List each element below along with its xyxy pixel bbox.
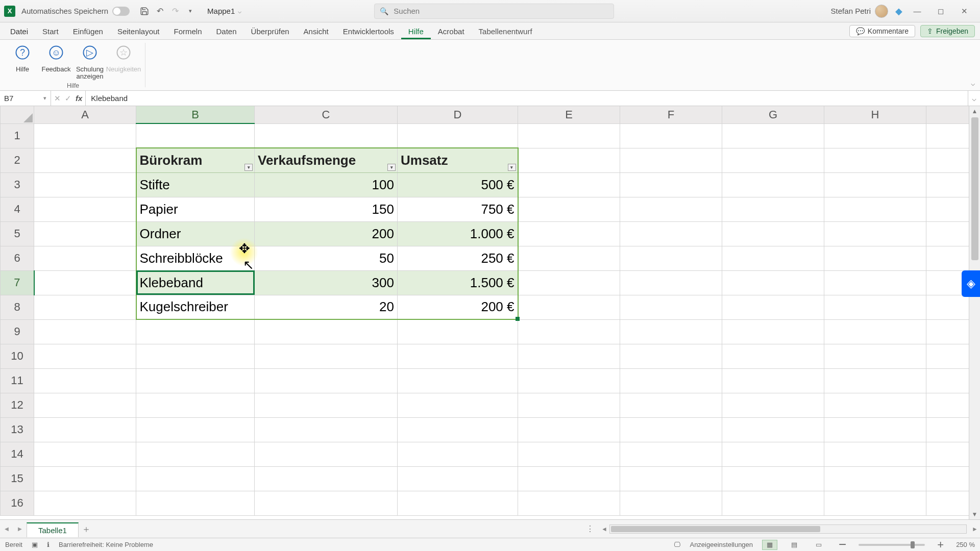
row-header-15[interactable]: 15 xyxy=(1,466,34,491)
cell-B3[interactable]: Stifte xyxy=(136,172,255,197)
row-header-1[interactable]: 1 xyxy=(1,123,34,148)
cell-C7[interactable]: 300 xyxy=(255,270,398,295)
col-header-E[interactable]: E xyxy=(518,106,620,123)
cell-E11[interactable] xyxy=(518,368,620,393)
row-header-9[interactable]: 9 xyxy=(1,319,34,344)
cell-A5[interactable] xyxy=(34,221,136,246)
row-header-2[interactable]: 2 xyxy=(1,148,34,172)
cell-D10[interactable] xyxy=(398,344,518,368)
cell-C8[interactable]: 20 xyxy=(255,295,398,319)
cell-E2[interactable] xyxy=(518,148,620,172)
cell-A4[interactable] xyxy=(34,197,136,221)
cell-H4[interactable] xyxy=(824,197,926,221)
add-sheet-button[interactable]: ＋ xyxy=(79,523,94,535)
cell-D2[interactable]: Umsatz▾ xyxy=(398,148,518,172)
cell-C4[interactable]: 150 xyxy=(255,197,398,221)
zoom-level[interactable]: 250 % xyxy=(956,541,975,548)
view-page-layout-icon[interactable]: ▤ xyxy=(787,540,802,550)
cell-H15[interactable] xyxy=(824,466,926,491)
cell-A6[interactable] xyxy=(34,246,136,270)
display-settings-label[interactable]: Anzeigeeinstellungen xyxy=(690,541,753,548)
cell-B6[interactable]: Schreibblöcke xyxy=(136,246,255,270)
filter-icon[interactable]: ▾ xyxy=(387,164,396,171)
row-header-5[interactable]: 5 xyxy=(1,221,34,246)
cell-B2[interactable]: Bürokram▾ xyxy=(136,148,255,172)
cell-G9[interactable] xyxy=(722,319,824,344)
cell-A3[interactable] xyxy=(34,172,136,197)
premium-icon[interactable]: ◆ xyxy=(895,6,902,17)
tab-acrobat[interactable]: Acrobat xyxy=(431,24,472,39)
cell-B4[interactable]: Papier xyxy=(136,197,255,221)
cell-G14[interactable] xyxy=(722,442,824,466)
sheet-nav-next-icon[interactable]: ► xyxy=(13,525,27,533)
sheet-nav-prev-icon[interactable]: ◄ xyxy=(0,525,13,533)
cell-F5[interactable] xyxy=(620,221,722,246)
tab-einfügen[interactable]: Einfügen xyxy=(66,24,110,39)
cell-E15[interactable] xyxy=(518,466,620,491)
cell-G11[interactable] xyxy=(722,368,824,393)
row-header-3[interactable]: 3 xyxy=(1,172,34,197)
cell-E7[interactable] xyxy=(518,270,620,295)
cell-D11[interactable] xyxy=(398,368,518,393)
scroll-down-icon[interactable]: ▼ xyxy=(969,509,980,519)
cell-E13[interactable] xyxy=(518,417,620,442)
cell-H16[interactable] xyxy=(824,491,926,515)
cell-D12[interactable] xyxy=(398,393,518,417)
cell-A7[interactable] xyxy=(34,270,136,295)
row-header-10[interactable]: 10 xyxy=(1,344,34,368)
name-box[interactable]: B7 ▾ xyxy=(0,91,51,106)
cell-F7[interactable] xyxy=(620,270,722,295)
filter-icon[interactable]: ▾ xyxy=(508,164,516,171)
autofill-handle[interactable] xyxy=(516,317,520,321)
row-header-6[interactable]: 6 xyxy=(1,246,34,270)
cell-C3[interactable]: 100 xyxy=(255,172,398,197)
expand-formula-bar-icon[interactable]: ⌵ xyxy=(968,91,980,106)
tab-seitenlayout[interactable]: Seitenlayout xyxy=(110,24,167,39)
display-settings-icon[interactable]: 🖵 xyxy=(674,541,680,548)
tab-tabellenentwurf[interactable]: Tabellenentwurf xyxy=(472,24,540,39)
cell-D3[interactable]: 500 € xyxy=(398,172,518,197)
cell-G6[interactable] xyxy=(722,246,824,270)
col-header-H[interactable]: H xyxy=(824,106,926,123)
cell-A15[interactable] xyxy=(34,466,136,491)
zoom-slider[interactable] xyxy=(859,544,925,546)
horizontal-scrollbar[interactable] xyxy=(609,524,967,534)
cell-A16[interactable] xyxy=(34,491,136,515)
cell-A11[interactable] xyxy=(34,368,136,393)
cell-D13[interactable] xyxy=(398,417,518,442)
macro-record-icon[interactable]: ▣ xyxy=(32,541,38,548)
tab-formeln[interactable]: Formeln xyxy=(167,24,209,39)
row-header-4[interactable]: 4 xyxy=(1,197,34,221)
cell-B10[interactable] xyxy=(136,344,255,368)
cell-H12[interactable] xyxy=(824,393,926,417)
qat-customize-icon[interactable]: ▾ xyxy=(184,5,197,18)
cell-D16[interactable] xyxy=(398,491,518,515)
cell-G8[interactable] xyxy=(722,295,824,319)
cell-F16[interactable] xyxy=(620,491,722,515)
cell-F14[interactable] xyxy=(620,442,722,466)
maximize-button[interactable]: ◻ xyxy=(929,0,952,22)
col-header-G[interactable]: G xyxy=(722,106,824,123)
cell-G13[interactable] xyxy=(722,417,824,442)
row-header-11[interactable]: 11 xyxy=(1,368,34,393)
cell-D9[interactable] xyxy=(398,319,518,344)
comments-button[interactable]: 💬 Kommentare xyxy=(849,25,915,37)
cell-E14[interactable] xyxy=(518,442,620,466)
search-input[interactable]: 🔍 Suchen xyxy=(374,4,614,19)
cell-B11[interactable] xyxy=(136,368,255,393)
autosave-toggle[interactable] xyxy=(112,7,130,16)
cell-B15[interactable] xyxy=(136,466,255,491)
cell-C15[interactable] xyxy=(255,466,398,491)
collapse-ribbon-icon[interactable]: ⌵ xyxy=(971,79,975,87)
cell-F11[interactable] xyxy=(620,368,722,393)
cell-B5[interactable]: Ordner xyxy=(136,221,255,246)
cell-D15[interactable] xyxy=(398,466,518,491)
cell-H7[interactable] xyxy=(824,270,926,295)
cell-H3[interactable] xyxy=(824,172,926,197)
sheet-tab[interactable]: Tabelle1 xyxy=(27,522,79,537)
cell-D5[interactable]: 1.000 € xyxy=(398,221,518,246)
row-header-8[interactable]: 8 xyxy=(1,295,34,319)
cell-E10[interactable] xyxy=(518,344,620,368)
cell-B12[interactable] xyxy=(136,393,255,417)
cell-G5[interactable] xyxy=(722,221,824,246)
